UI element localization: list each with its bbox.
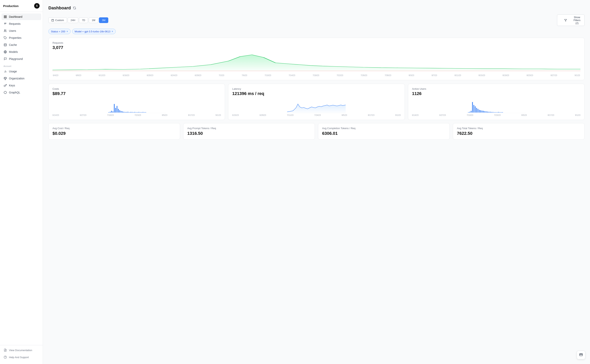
sidebar-item-label: Playground	[9, 57, 23, 60]
svg-rect-82	[501, 112, 501, 113]
stat-value: 6306.01	[322, 131, 446, 136]
svg-point-4	[4, 30, 5, 31]
time-filter-3m[interactable]: 3M	[99, 17, 108, 23]
svg-rect-62	[473, 105, 474, 113]
graphql-icon	[4, 91, 7, 94]
svg-rect-28	[109, 112, 109, 113]
svg-rect-83	[502, 112, 503, 113]
svg-rect-32	[114, 104, 115, 113]
remove-filter-icon[interactable]: ×	[112, 30, 113, 33]
costs-card: Costs $89.77	[48, 84, 225, 120]
stat-card-avg_total: Avg Total Tokens / Req 7622.50	[453, 123, 584, 140]
keys-icon	[4, 84, 7, 87]
sidebar-item-label: View Documentation	[9, 349, 32, 352]
sidebar: Production S DashboardRequestsUsersPrope…	[0, 0, 43, 364]
sidebar-item-playground[interactable]: Playground	[1, 56, 41, 62]
users-icon	[4, 29, 7, 32]
svg-rect-53	[143, 112, 143, 113]
requests-chart: 6/4/236/8/236/12/236/16/236/20/236/24/23…	[52, 52, 580, 77]
svg-rect-67	[480, 110, 481, 113]
requests-label: Requests	[52, 41, 580, 44]
sidebar-item-dashboard[interactable]: Dashboard	[1, 13, 41, 20]
stat-label: Avg Cost / Req	[52, 127, 176, 130]
svg-rect-75	[491, 112, 492, 113]
sidebar-bottom-docs[interactable]: View Documentation	[1, 347, 41, 353]
main-content: Dashboard Custom24H7D1M3M Show Filters (…	[43, 0, 590, 364]
svg-rect-31	[113, 111, 113, 113]
sidebar-header: Production S	[0, 0, 43, 12]
models-icon	[4, 50, 7, 54]
dashboard-icon	[4, 15, 7, 19]
sidebar-production-title: Production	[3, 4, 19, 8]
sidebar-item-requests[interactable]: Requests	[1, 20, 41, 27]
sidebar-item-properties[interactable]: Properties	[1, 34, 41, 41]
sidebar-item-usage[interactable]: Usage	[1, 68, 41, 75]
latency-value: 121396 ms / req	[232, 91, 401, 96]
svg-rect-1	[6, 16, 6, 17]
svg-rect-73	[488, 112, 489, 113]
stat-card-avg_prompt: Avg Prompt Tokens / Req 1316.50	[183, 123, 315, 140]
svg-rect-0	[4, 16, 5, 17]
docs-icon	[4, 348, 7, 352]
svg-rect-22	[52, 19, 54, 21]
svg-rect-46	[133, 112, 134, 113]
active-users-value: 1126	[412, 91, 580, 96]
sidebar-item-graphql[interactable]: GraphQL	[1, 89, 41, 96]
svg-rect-52	[141, 112, 142, 113]
svg-rect-3	[6, 17, 6, 18]
sidebar-item-models[interactable]: Models	[1, 49, 41, 55]
svg-rect-47	[134, 112, 135, 113]
time-filter-7d[interactable]: 7D	[79, 17, 88, 23]
sidebar-item-cache[interactable]: Cache	[1, 42, 41, 48]
stats-row: Avg Cost / Req $0.029 Avg Prompt Tokens …	[48, 123, 584, 140]
sidebar-item-keys[interactable]: Keys	[1, 82, 41, 89]
sidebar-item-label: Cache	[9, 43, 17, 46]
sidebar-item-label: Properties	[9, 36, 21, 39]
svg-rect-38	[122, 111, 123, 113]
page-title: Dashboard	[48, 6, 71, 11]
active-filter-tag[interactable]: Status = 200×	[48, 29, 71, 34]
svg-rect-44	[130, 112, 131, 113]
remove-filter-icon[interactable]: ×	[66, 30, 68, 33]
svg-rect-80	[498, 112, 499, 113]
svg-rect-2	[4, 17, 5, 18]
time-filter-24h[interactable]: 24H	[68, 17, 78, 23]
requests-value: 3,077	[52, 45, 580, 50]
cache-icon	[4, 43, 7, 47]
sidebar-item-label: GraphQL	[9, 91, 20, 94]
account-section-label: Account	[1, 63, 41, 68]
sidebar-bottom-help[interactable]: Help And Support	[1, 354, 41, 360]
svg-rect-61	[472, 102, 473, 113]
stat-label: Avg Completion Tokens / Req	[322, 127, 446, 130]
organization-icon	[4, 77, 7, 80]
time-filter-1m[interactable]: 1M	[89, 17, 98, 23]
help-icon	[4, 355, 7, 359]
time-filter-custom[interactable]: Custom	[48, 17, 67, 23]
active-filter-tag[interactable]: Model = gpt-3.5-turbo-16k-0613×	[72, 29, 116, 34]
svg-rect-76	[493, 112, 493, 113]
svg-rect-81	[499, 112, 500, 113]
svg-rect-33	[115, 108, 116, 113]
svg-rect-69	[483, 111, 484, 113]
floating-chat-button[interactable]	[577, 351, 585, 359]
svg-rect-39	[123, 112, 124, 113]
svg-rect-54	[144, 112, 145, 113]
requests-chart-card: Requests 3,077 6/4/236/8/236/12/236	[48, 38, 584, 80]
active-users-card: Active Users 1126	[408, 84, 584, 120]
svg-rect-48	[136, 112, 136, 113]
svg-rect-40	[125, 112, 126, 113]
sidebar-item-label: Dashboard	[9, 15, 22, 18]
playground-icon	[4, 57, 7, 61]
svg-rect-66	[479, 110, 480, 113]
sidebar-item-label: Keys	[9, 84, 15, 87]
svg-rect-43	[129, 112, 130, 113]
refresh-button[interactable]	[73, 6, 76, 10]
sidebar-item-users[interactable]: Users	[1, 27, 41, 34]
page-header: Dashboard	[48, 6, 584, 11]
filter-bar: Custom24H7D1M3M Show Filters (2)	[48, 14, 584, 26]
stat-value: 1316.50	[187, 131, 311, 136]
sidebar-item-organization[interactable]: Organization	[1, 75, 41, 82]
show-filters-button[interactable]: Show Filters (2)	[557, 14, 584, 26]
time-filters: Custom24H7D1M3M	[48, 17, 108, 23]
show-filters-label: Show Filters (2)	[572, 16, 582, 25]
